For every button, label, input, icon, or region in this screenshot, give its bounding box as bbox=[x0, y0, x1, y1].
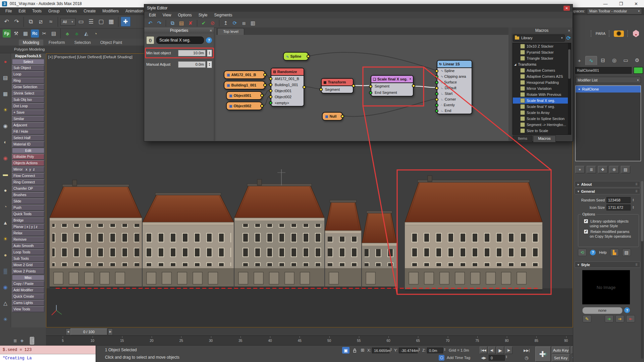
node-port[interactable] bbox=[435, 81, 438, 84]
sun-icon[interactable]: ☀ bbox=[3, 236, 7, 241]
rappatools-button[interactable]: Fill / Hole bbox=[12, 129, 44, 134]
rappatools-button[interactable]: Brushes bbox=[12, 192, 44, 198]
graph-node-object001[interactable]: ▣Object001 bbox=[226, 91, 262, 100]
go-end-icon[interactable]: ▶▶| bbox=[523, 347, 530, 353]
rappatools-button[interactable]: Move 2 Grid bbox=[12, 262, 44, 268]
select-move-icon[interactable]: ✚ bbox=[121, 17, 130, 26]
node-port[interactable] bbox=[369, 91, 372, 95]
se-menu-segments[interactable]: Segments bbox=[211, 12, 236, 18]
hammer-icon[interactable]: ⚒ bbox=[12, 29, 20, 38]
rappatools-button[interactable]: Adjacent bbox=[12, 122, 44, 128]
export-style-icon[interactable]: ➔ bbox=[615, 315, 624, 322]
rappatools-button[interactable]: Add Modifier bbox=[12, 287, 44, 293]
redo-icon[interactable]: ↷ bbox=[12, 17, 21, 26]
rappatools-button[interactable]: Sub Tools bbox=[12, 256, 44, 261]
fp-icon[interactable]: Fp bbox=[3, 29, 11, 38]
node-port[interactable] bbox=[307, 55, 310, 58]
close-button[interactable]: ✕ bbox=[634, 1, 638, 6]
spinner-icon[interactable]: ▲▼ bbox=[207, 50, 212, 57]
rappatools-button[interactable]: Loop bbox=[12, 71, 44, 77]
ribbon-tab-selection[interactable]: Selection bbox=[70, 40, 95, 46]
mini-curve-editor-icon[interactable]: ≣ bbox=[13, 338, 17, 343]
undo-icon[interactable]: ↶ bbox=[2, 17, 11, 26]
railclone-icon[interactable]: Rc bbox=[31, 29, 39, 38]
prev-frame-nudge[interactable]: ◀ bbox=[66, 328, 70, 335]
retain-params-checkbox[interactable]: ✔ bbox=[584, 229, 588, 234]
rappatools-button[interactable]: Similar bbox=[12, 116, 44, 122]
listener-line-1[interactable]: $.seed = 123 bbox=[0, 346, 96, 354]
macros-scrollbar[interactable] bbox=[568, 43, 571, 134]
macro-item[interactable]: Rotate With Previous bbox=[513, 92, 571, 98]
style-editor-titlebar[interactable]: Style Editor ✕ bbox=[144, 4, 573, 12]
graph-node-am172[interactable]: ▣AM172_001_B bbox=[224, 70, 265, 79]
next-frame-icon[interactable]: |▶ bbox=[505, 347, 513, 354]
panel-scrollbar[interactable] bbox=[641, 181, 643, 359]
node-port[interactable] bbox=[435, 104, 438, 107]
rappatools-button[interactable]: Shrink Select bbox=[12, 90, 44, 96]
ribbon-tab-object-paint[interactable]: Object Paint bbox=[96, 40, 126, 46]
macros-list[interactable]: 10x10 Z StackerPyramid StackerTriangle S… bbox=[513, 43, 571, 135]
paint-object-icon[interactable]: ◔ bbox=[92, 29, 100, 38]
maxscript-mini-listener[interactable]: $.seed = 123 "Creating La bbox=[0, 346, 96, 362]
node-graph-canvas[interactable]: ∿Spline▣AM172_001_B▣Building1_001▣Object… bbox=[216, 35, 508, 141]
modify-tab-icon[interactable]: ∿ bbox=[585, 56, 597, 65]
camera-tool-icon[interactable] bbox=[614, 31, 624, 37]
node-port[interactable] bbox=[435, 98, 438, 101]
teapot-icon[interactable]: ◔ bbox=[4, 204, 7, 209]
rappatools-button[interactable]: Push bbox=[12, 205, 44, 210]
macro-item[interactable]: Size to Scale bbox=[513, 128, 571, 134]
time-slider-handle[interactable]: 0 / 100 bbox=[70, 328, 107, 335]
macro-item[interactable]: Scale to Spline Section bbox=[513, 116, 571, 122]
rappatools-button[interactable]: Loop Tools bbox=[12, 249, 44, 255]
set-keys-button[interactable]: ✚ ⚿ bbox=[535, 347, 551, 362]
rappatools-button[interactable]: Quick Tools bbox=[12, 211, 44, 217]
style-editor-close-button[interactable]: ✕ bbox=[564, 6, 570, 11]
dot-grid-icon[interactable]: ▒ bbox=[4, 268, 7, 274]
macro-item[interactable]: Mirror Variation bbox=[513, 85, 571, 92]
node-port[interactable] bbox=[303, 85, 306, 89]
configure-modifier-icon[interactable]: ▤ bbox=[621, 166, 630, 173]
select-object-icon[interactable]: ▭ bbox=[76, 17, 86, 26]
camera-icon[interactable]: ◉ bbox=[3, 123, 7, 128]
paste-icon[interactable]: ▤ bbox=[178, 20, 185, 26]
node-port[interactable] bbox=[263, 83, 267, 87]
up-level-icon[interactable]: ↥ bbox=[222, 20, 229, 26]
macros-tab-items[interactable]: Items bbox=[513, 135, 532, 142]
node-port[interactable] bbox=[435, 69, 438, 73]
spinner-icon[interactable]: ▲▼ bbox=[632, 198, 634, 202]
time-config-icon[interactable]: ◷ bbox=[523, 355, 530, 361]
rappatools-button[interactable]: Objects Actions bbox=[12, 160, 44, 166]
macro-item[interactable]: Adaptive Corners bbox=[513, 67, 571, 73]
material-ball-icon[interactable]: ● bbox=[4, 59, 7, 64]
current-frame-field[interactable]: 0 bbox=[489, 355, 505, 361]
axis-constraint-icon[interactable]: ⊞ bbox=[360, 347, 366, 353]
macro-item[interactable]: Adaptive Corners A2S bbox=[513, 73, 571, 79]
node-header[interactable]: ❏Scale final X seg.✕ bbox=[371, 76, 413, 83]
graph-node-building1[interactable]: ▣Building1_001 bbox=[224, 81, 265, 89]
bind-spacewarp-icon[interactable]: ≈ bbox=[46, 17, 55, 26]
se-menu-view[interactable]: View bbox=[159, 12, 175, 18]
rappatools-button[interactable]: Auto Smooth bbox=[12, 243, 44, 249]
para-button[interactable]: PARA bbox=[596, 32, 605, 36]
remove-modifier-icon[interactable]: ⊗ bbox=[609, 166, 619, 173]
selection-filter-dropdown[interactable]: All▾ bbox=[60, 18, 75, 25]
blue-spheres-icon[interactable]: ◉ bbox=[3, 285, 7, 290]
properties-help-icon[interactable]: ? bbox=[206, 37, 212, 43]
listener-line-2[interactable]: "Creating La bbox=[0, 354, 96, 362]
object-color-swatch[interactable] bbox=[634, 67, 643, 74]
node-name-field[interactable]: Scale final X seg. bbox=[156, 37, 204, 44]
property-value-field[interactable]: 0.0m bbox=[178, 61, 206, 68]
object-name-field[interactable] bbox=[575, 67, 632, 74]
property-value-field[interactable]: 10.0m bbox=[178, 50, 206, 56]
rappatools-button[interactable]: Dot Loop bbox=[12, 103, 44, 109]
set-key-button[interactable]: Set Key bbox=[552, 354, 570, 362]
se-menu-edit[interactable]: Edit bbox=[146, 12, 159, 18]
refresh-icon[interactable]: ⟳ bbox=[231, 20, 238, 26]
statistics-icon[interactable]: ▙ bbox=[610, 249, 619, 256]
node-header[interactable]: ▦Transform bbox=[322, 79, 353, 86]
graph-node-transform[interactable]: ▦TransformSegment bbox=[321, 78, 354, 94]
rappatools-button[interactable]: Quick Create bbox=[12, 294, 44, 299]
help-icon[interactable]: ? bbox=[590, 250, 596, 255]
graph-node-linear[interactable]: ↻Linear 1S∿Spline∿Clipping area◇Surface∟… bbox=[437, 60, 472, 114]
rappatools-button[interactable]: Chamfer OP bbox=[12, 186, 44, 191]
